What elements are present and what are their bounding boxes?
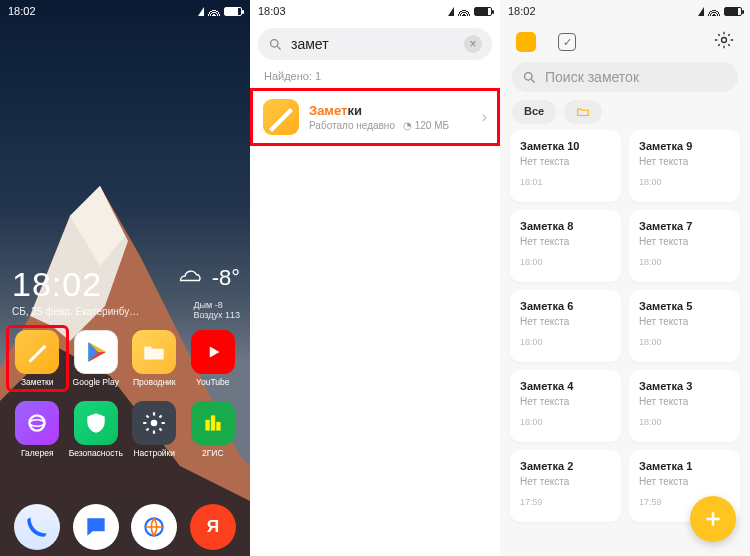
settings-button[interactable] [714,30,734,54]
notes-icon [263,99,299,135]
status-time: 18:03 [258,5,286,17]
results-count: Найдено: 1 [250,60,500,88]
note-subtitle: Нет текста [639,396,730,407]
app-grid: Заметки Google Play Проводник YouTube Га… [0,330,250,458]
note-card[interactable]: Заметка 8 Нет текста 18:00 [510,210,621,282]
note-card[interactable]: Заметка 9 Нет текста 18:00 [629,130,740,202]
panel-notes-app: 18:02 Поиск заметок Все Заметка 10 Нет т… [500,0,750,556]
app-files[interactable]: Проводник [125,330,184,387]
status-time: 18:02 [8,5,36,17]
weather-temp: -8° [212,265,240,291]
search-field[interactable]: замет × [258,28,492,60]
note-card[interactable]: Заметка 4 Нет текста 18:00 [510,370,621,442]
app-security[interactable]: Безопасность [67,401,126,458]
note-time: 18:00 [639,337,730,347]
note-subtitle: Нет текста [520,236,611,247]
note-card[interactable]: Заметка 2 Нет текста 17:59 [510,450,621,522]
svg-marker-8 [210,347,220,358]
note-title: Заметка 6 [520,300,611,312]
note-card[interactable]: Заметка 6 Нет текста 18:00 [510,290,621,362]
dock-yandex[interactable]: Я [184,504,243,550]
clock-date: СБ, 25 февр. Екатеринбург, Свердл… [12,306,142,317]
files-icon [132,330,176,374]
notes-search-placeholder: Поиск заметок [545,69,728,85]
weather-icon [176,265,206,291]
note-title: Заметка 8 [520,220,611,232]
note-time: 18:00 [639,257,730,267]
play-icon [74,330,118,374]
note-time: 18:00 [639,177,730,187]
note-subtitle: Нет текста [639,236,730,247]
note-subtitle: Нет текста [639,316,730,327]
folder-icon [576,105,590,119]
clock-widget[interactable]: 18:02 СБ, 25 февр. Екатеринбург, Свердл… [12,265,142,317]
wifi-icon [708,7,720,16]
panel-home-screen: 18:02 18:02 СБ, 25 февр. Екатеринбург, С… [0,0,250,556]
note-title: Заметка 10 [520,140,611,152]
svg-point-17 [271,39,279,47]
note-title: Заметка 9 [639,140,730,152]
tab-tasks[interactable] [558,33,576,51]
note-card[interactable]: Заметка 5 Нет текста 18:00 [629,290,740,362]
note-title: Заметка 3 [639,380,730,392]
battery-icon [474,7,492,16]
app-gallery[interactable]: Галерея [8,401,67,458]
notes-search-field[interactable]: Поиск заметок [512,62,738,92]
gallery-icon [15,401,59,445]
note-time: 18:00 [520,417,611,427]
result-title: Заметки [309,103,472,118]
settings-icon [132,401,176,445]
search-icon [268,37,283,52]
app-google-play[interactable]: Google Play [67,330,126,387]
wifi-icon [208,7,220,16]
messages-icon [73,504,119,550]
search-input[interactable]: замет [291,36,456,52]
app-2gis[interactable]: 2ГИС [184,401,243,458]
dock-phone[interactable] [8,504,67,550]
dock-messages[interactable] [67,504,126,550]
note-title: Заметка 2 [520,460,611,472]
note-card[interactable]: Заметка 7 Нет текста 18:00 [629,210,740,282]
svg-rect-14 [216,422,220,431]
svg-rect-12 [205,420,209,431]
filter-bar: Все [500,100,750,130]
status-bar: 18:02 [0,0,250,22]
signal-icon [448,7,454,16]
security-icon [74,401,118,445]
add-note-button[interactable] [690,496,736,542]
app-youtube[interactable]: YouTube [184,330,243,387]
app-settings[interactable]: Настройки [125,401,184,458]
top-toolbar [500,22,750,58]
panel-app-search: 18:03 замет × Найдено: 1 Заметки Работал… [250,0,500,556]
svg-rect-13 [211,415,215,430]
dock-browser[interactable] [125,504,184,550]
tab-notes[interactable] [516,32,536,52]
note-time: 18:00 [639,417,730,427]
note-card[interactable]: Заметка 3 Нет текста 18:00 [629,370,740,442]
weather-sub: Дым -8 Воздух 113 [193,300,240,320]
chevron-right-icon: › [482,108,487,126]
svg-text:Я: Я [207,516,219,536]
note-card[interactable]: Заметка 10 Нет текста 18:01 [510,130,621,202]
note-title: Заметка 4 [520,380,611,392]
note-subtitle: Нет текста [639,156,730,167]
notes-icon [15,330,59,374]
filter-folder[interactable] [564,100,602,124]
search-result-notes[interactable]: Заметки Работало недавно ◔ 120 МБ › [250,88,500,146]
status-bar: 18:03 [250,0,500,22]
youtube-icon [191,330,235,374]
weather-widget[interactable]: -8° [176,265,240,291]
notes-grid: Заметка 10 Нет текста 18:01Заметка 9 Нет… [500,130,750,522]
status-time: 18:02 [508,5,536,17]
clock-time: 18:02 [12,265,142,304]
svg-point-11 [151,420,158,427]
note-time: 18:00 [520,257,611,267]
battery-icon [724,7,742,16]
app-notes[interactable]: Заметки [6,325,69,392]
clear-button[interactable]: × [464,35,482,53]
note-title: Заметка 7 [639,220,730,232]
filter-all[interactable]: Все [512,100,556,124]
search-icon [522,70,537,85]
svg-point-10 [30,420,45,427]
yandex-icon: Я [190,504,236,550]
